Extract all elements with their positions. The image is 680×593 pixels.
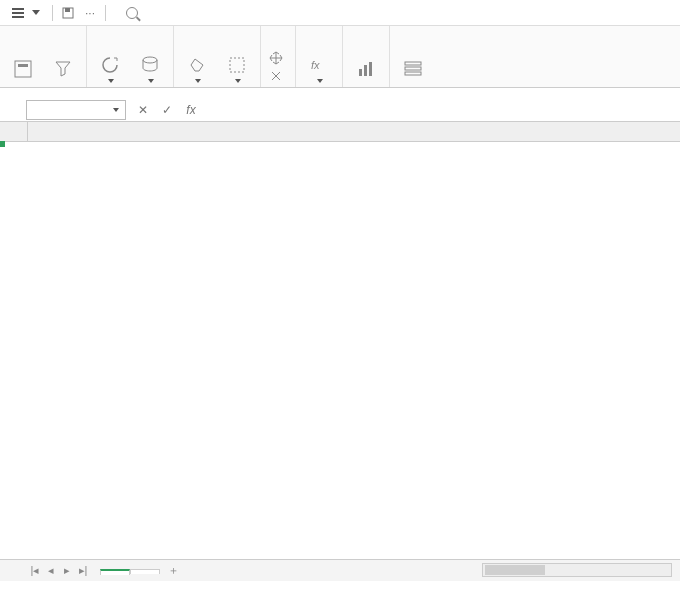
selection-box <box>0 142 4 146</box>
clear-icon <box>185 53 209 77</box>
search-icon <box>126 7 138 19</box>
svg-rect-9 <box>369 62 372 76</box>
chevron-down-icon <box>317 79 323 83</box>
svg-rect-5 <box>230 58 244 72</box>
svg-rect-7 <box>359 69 362 76</box>
cancel-formula-icon[interactable]: ✕ <box>134 101 152 119</box>
ribbon-group-data <box>87 26 174 87</box>
sheet-tab-other[interactable] <box>130 569 160 574</box>
select-icon <box>225 53 249 77</box>
delete-icon <box>269 69 283 83</box>
chevron-down-icon <box>148 79 154 83</box>
svg-rect-10 <box>405 62 421 65</box>
svg-rect-2 <box>15 61 31 77</box>
datasource-icon <box>138 53 162 77</box>
fx-icon[interactable]: fx <box>182 101 200 119</box>
chevron-down-icon <box>32 10 40 15</box>
sheet-nav: |◂ ◂ ▸ ▸| <box>28 564 90 578</box>
chevron-down-icon <box>195 79 201 83</box>
filter-connect-button[interactable] <box>48 57 78 83</box>
svg-point-4 <box>143 57 157 63</box>
save-icon[interactable] <box>59 4 77 22</box>
sheet-first-icon[interactable]: |◂ <box>28 564 42 578</box>
ribbon-group-pivot <box>261 26 296 87</box>
ribbon-group-chart <box>343 26 390 87</box>
fieldlist-icon <box>401 57 425 81</box>
ribbon-group-fieldlist <box>390 26 436 87</box>
move-icon <box>269 51 283 65</box>
ribbon-group-fields: fx <box>296 26 343 87</box>
search-group[interactable] <box>126 7 142 19</box>
hamburger-icon <box>12 8 24 18</box>
name-box[interactable] <box>26 100 126 120</box>
ribbon-group-filter <box>0 26 87 87</box>
svg-rect-1 <box>65 8 70 12</box>
formula-input[interactable] <box>200 100 680 120</box>
formula-bar: ✕ ✓ fx <box>0 98 680 122</box>
more-icon[interactable]: ··· <box>81 4 99 22</box>
add-sheet-button[interactable]: ＋ <box>164 562 182 580</box>
formula-controls: ✕ ✓ fx <box>134 101 200 119</box>
filter-connect-icon <box>51 57 75 81</box>
column-headers <box>0 122 680 142</box>
clear-button[interactable] <box>182 53 212 83</box>
sheet-tab-bar: |◂ ◂ ▸ ▸| ＋ <box>0 559 680 581</box>
select-button[interactable] <box>222 53 252 83</box>
accept-formula-icon[interactable]: ✓ <box>158 101 176 119</box>
fields-button[interactable]: fx <box>304 53 334 83</box>
select-all-corner[interactable] <box>0 122 28 141</box>
ribbon-group-action <box>174 26 261 87</box>
ribbon: fx <box>0 26 680 88</box>
sheet-tab-active[interactable] <box>100 569 130 575</box>
separator <box>105 5 106 21</box>
refresh-button[interactable] <box>95 53 125 83</box>
change-source-button[interactable] <box>135 53 165 83</box>
svg-rect-12 <box>405 72 421 75</box>
file-menu[interactable] <box>6 6 46 20</box>
chevron-down-icon <box>108 79 114 83</box>
svg-rect-8 <box>364 65 367 76</box>
move-pivot-button[interactable] <box>269 51 287 65</box>
scroll-thumb[interactable] <box>485 565 545 575</box>
spreadsheet-grid[interactable] <box>0 122 680 559</box>
sheet-last-icon[interactable]: ▸| <box>76 564 90 578</box>
separator <box>52 5 53 21</box>
sheet-prev-icon[interactable]: ◂ <box>44 564 58 578</box>
menubar: ··· <box>0 0 680 26</box>
horizontal-scrollbar[interactable] <box>482 563 672 577</box>
svg-rect-3 <box>18 64 28 67</box>
svg-rect-11 <box>405 67 421 70</box>
chart-icon <box>354 57 378 81</box>
slicer-button[interactable] <box>8 57 38 83</box>
refresh-icon <box>98 53 122 77</box>
fieldlist-button[interactable] <box>398 57 428 83</box>
slicer-icon <box>11 57 35 81</box>
chevron-down-icon <box>235 79 241 83</box>
chevron-down-icon <box>113 108 119 112</box>
pivotchart-button[interactable] <box>351 57 381 83</box>
sheet-next-icon[interactable]: ▸ <box>60 564 74 578</box>
fields-icon: fx <box>307 53 331 77</box>
delete-pivot-button[interactable] <box>269 69 287 83</box>
svg-text:fx: fx <box>311 59 320 71</box>
